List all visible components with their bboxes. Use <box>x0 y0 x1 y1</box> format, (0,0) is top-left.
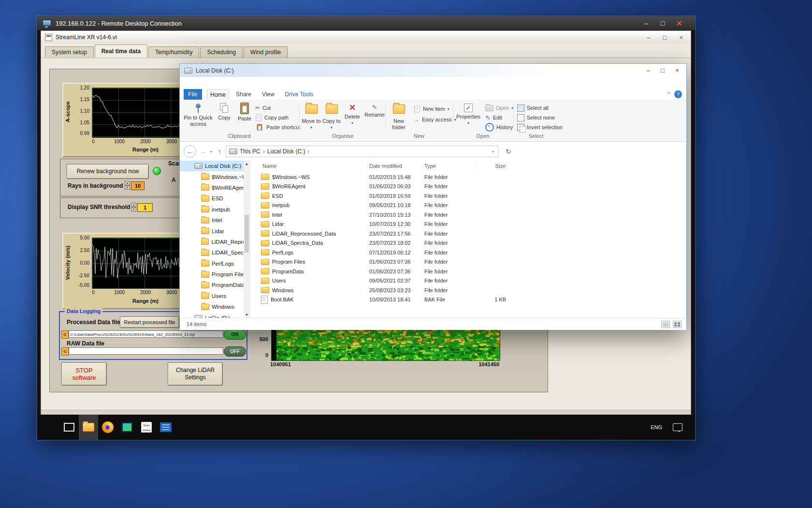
minimize-button[interactable]: – <box>642 19 651 27</box>
tree-item[interactable]: inetpub <box>180 204 250 215</box>
tab-system-setup[interactable]: System setup <box>45 46 94 58</box>
tree-item[interactable]: ESD <box>180 193 250 204</box>
up-button[interactable]: ↑ <box>218 148 221 155</box>
move-to-button[interactable]: Move to ▾ <box>302 101 321 132</box>
file-row[interactable]: PerfLogs 07/12/2019 06:12 File folder <box>250 248 686 257</box>
tree-item[interactable]: Local Disk (C:) <box>180 161 250 171</box>
file-row[interactable]: Intel 27/10/2010 15:13 File folder <box>250 210 686 220</box>
tree-item[interactable]: Intel <box>180 215 250 225</box>
breadcrumb-chevron-icon[interactable]: › <box>307 148 309 155</box>
maximize-button[interactable]: □ <box>663 34 667 41</box>
tree-item[interactable]: Program Files <box>180 269 250 280</box>
details-view-icon[interactable] <box>661 321 670 328</box>
forward-button[interactable]: → <box>197 146 209 157</box>
close-button[interactable]: ✕ <box>675 19 683 27</box>
tab-share[interactable]: Share <box>233 89 254 100</box>
paste-button[interactable]: Paste <box>235 101 254 132</box>
change-lidar-settings-button[interactable]: Change LiDAR Settings <box>168 362 223 386</box>
address-box[interactable]: This PC › Local Disk (C:) › ▾ <box>226 146 499 157</box>
maximize-button[interactable]: □ <box>658 19 667 27</box>
scan-scheduler-taskbar-button[interactable]: Scan sched <box>137 415 156 440</box>
notification-icon[interactable] <box>673 423 682 431</box>
address-dropdown-icon[interactable]: ▾ <box>492 149 494 154</box>
language-indicator[interactable]: ENG <box>647 421 666 433</box>
tab-wind-profile[interactable]: Wind profile <box>244 46 288 58</box>
renew-background-button[interactable]: Renew background now <box>67 164 149 179</box>
tree-item[interactable]: LaCie (D:) <box>180 312 250 318</box>
file-row[interactable]: ESD 01/02/2019 16:59 File folder <box>250 191 686 201</box>
tree-item[interactable]: LiDAR_Spectra <box>180 247 250 258</box>
cut-button[interactable]: ✂ Cut <box>255 104 271 112</box>
rays-value-field[interactable]: 10 <box>131 181 145 190</box>
tree-item[interactable]: Users <box>180 291 250 301</box>
copy-to-button[interactable]: Copy to ▾ <box>322 101 341 132</box>
file-row[interactable]: Boot.BAK 10/09/2013 18:41 BAK File 1 KB <box>250 295 686 305</box>
select-all-button[interactable]: Select all <box>517 104 549 112</box>
refresh-icon[interactable]: ↻ <box>506 148 511 155</box>
tree-item[interactable]: Lidar <box>180 225 250 236</box>
rename-button[interactable]: ✎ Rename <box>363 101 386 132</box>
tree-item[interactable]: PerfLogs <box>180 258 250 269</box>
tree-item[interactable]: Windows <box>180 301 250 312</box>
file-explorer-taskbar-button[interactable] <box>79 415 98 440</box>
raw-file-path-input[interactable] <box>69 347 223 355</box>
console-taskbar-button[interactable] <box>156 415 175 440</box>
tab-real-time-data[interactable]: Real time data <box>95 45 147 58</box>
spin-up-icon[interactable]: ▲ <box>125 181 130 185</box>
rdp-titlebar[interactable]: 192.168.0.122 - Remote Desktop Connectio… <box>37 16 695 30</box>
edit-button[interactable]: ✎ Edit <box>485 113 502 122</box>
scroll-down-icon[interactable]: ▼ <box>244 312 250 318</box>
app-window-taskbar-button[interactable] <box>117 415 137 440</box>
tree-item[interactable]: $Windows.~W <box>180 171 250 182</box>
column-header-size[interactable]: Size <box>477 162 507 170</box>
breadcrumb-this-pc[interactable]: This PC <box>237 148 263 155</box>
column-header-name[interactable]: Name <box>250 162 368 170</box>
tab-home[interactable]: Home <box>207 89 229 100</box>
raw-logging-toggle[interactable]: OFF <box>224 346 246 357</box>
file-row[interactable]: inetpub 09/05/2021 10:18 File folder <box>250 201 686 210</box>
tree-item[interactable]: $WinREAgent <box>180 182 250 193</box>
explorer-titlebar[interactable]: Local Disk (C:) – □ × <box>180 64 686 77</box>
copy-button[interactable]: Copy <box>215 101 234 132</box>
breadcrumb-local-disk[interactable]: Local Disk (C:) <box>265 148 308 155</box>
scrollbar-thumb[interactable] <box>245 215 249 253</box>
close-button[interactable]: × <box>679 34 683 41</box>
new-folder-button[interactable]: New folder <box>388 101 410 132</box>
file-row[interactable]: Program Files 01/06/2023 07:36 File fold… <box>250 257 686 267</box>
tab-scheduling[interactable]: Scheduling <box>200 46 242 58</box>
file-row[interactable]: Windows 25/08/2023 03:23 File folder <box>250 285 686 295</box>
spin-up-icon[interactable]: ▲ <box>131 203 136 207</box>
snr-value-field[interactable]: 1 <box>137 203 153 212</box>
collapse-ribbon-icon[interactable]: ^ <box>667 91 670 97</box>
delete-button[interactable]: ✕ Delete ▾ <box>342 101 362 132</box>
paste-shortcut-button[interactable]: Paste shortcut <box>255 123 300 132</box>
properties-button[interactable]: ✓ Properties ▾ <box>455 101 481 132</box>
file-row[interactable]: ProgramData 01/06/2023 07:36 File folder <box>250 267 686 276</box>
processed-logging-toggle[interactable]: ON <box>224 329 246 340</box>
column-header-date[interactable]: Date modified <box>368 162 423 170</box>
close-button[interactable]: × <box>672 67 682 74</box>
rays-spinner[interactable]: ▲▼ <box>125 181 130 190</box>
spin-down-icon[interactable]: ▼ <box>125 185 130 190</box>
maximize-button[interactable]: □ <box>657 67 668 74</box>
pin-to-quick-access-button[interactable]: Pin to Quick access <box>184 101 213 132</box>
tree-item[interactable]: ProgramData <box>180 280 250 290</box>
scroll-up-icon[interactable]: ▲ <box>244 161 250 167</box>
task-view-button[interactable] <box>59 415 79 440</box>
select-none-button[interactable]: Select none <box>517 113 555 122</box>
history-button[interactable]: History <box>485 123 513 132</box>
back-button[interactable]: ← <box>184 145 196 158</box>
snr-spinner[interactable]: ▲▼ <box>131 203 136 211</box>
stop-software-button[interactable]: STOP software <box>61 362 107 386</box>
file-row[interactable]: $WinREAgent 01/06/2023 06:03 File folder <box>250 182 686 192</box>
file-row[interactable]: Lidar 10/07/2019 12:30 File folder <box>250 220 686 229</box>
minimize-button[interactable]: – <box>647 34 650 41</box>
easy-access-button[interactable]: → Easy access ▾ <box>414 115 456 124</box>
tree-item[interactable]: LiDAR_Reproce <box>180 237 250 247</box>
labview-titlebar[interactable]: StreamLine XR v14-6.vi – □ × <box>41 31 691 44</box>
file-row[interactable]: LiDAR_Spectra_Data 23/07/2023 18:02 File… <box>250 239 686 248</box>
new-item-button[interactable]: New item ▾ <box>414 105 450 113</box>
column-header-type[interactable]: Type <box>423 162 477 170</box>
tree-scrollbar[interactable]: ▲ ▼ <box>244 161 250 318</box>
tab-drive-tools[interactable]: Drive Tools <box>282 89 316 100</box>
